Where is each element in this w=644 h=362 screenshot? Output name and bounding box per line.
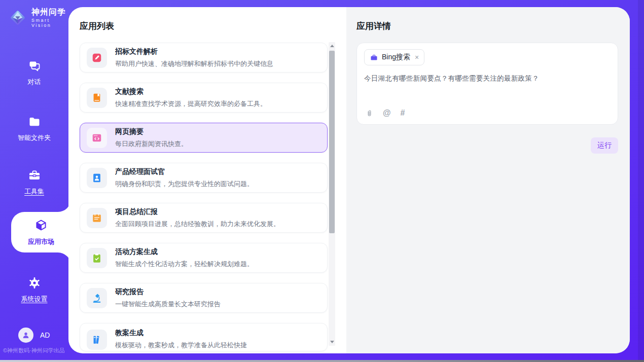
brand-name: 神州问学 <box>31 8 68 17</box>
app-description: 智能生成个性化活动方案，轻松解决规划难题。 <box>115 260 254 269</box>
app-list-panel: 应用列表 招标文件解析 帮助用户快速、准确地理解和解析招标书中的关键信息 <box>68 7 346 353</box>
app-description: 全面回顾项目进展，总结经验教训，助力未来优化发展。 <box>115 220 280 229</box>
run-button[interactable]: 运行 <box>591 137 618 154</box>
app-detail-panel: 应用详情 Bing搜索 × 今日湖北有哪些新闻要点？有哪些需要关注的最新政策？ … <box>346 7 630 353</box>
app-name: 活动方案生成 <box>115 247 254 257</box>
copyright-footer: ©神州数码·神州问学出品 <box>3 347 65 354</box>
main-content: 应用列表 招标文件解析 帮助用户快速、准确地理解和解析招标书中的关键信息 <box>68 7 630 353</box>
user-account[interactable]: AD <box>18 328 50 343</box>
app-description: 快速精准查找学术资源，提高研究效率的必备工具。 <box>115 99 267 108</box>
clipboard-check-icon <box>91 252 102 264</box>
app-list-title: 应用列表 <box>80 20 346 32</box>
app-icon-tile <box>87 288 107 308</box>
window-right-edge <box>638 0 644 360</box>
cube-icon <box>34 219 48 233</box>
triangle-up-icon <box>330 45 334 47</box>
app-description: 明确身份和职责，为您提供专业性的面试问题。 <box>115 179 254 189</box>
app-name: 招标文件解析 <box>115 47 273 56</box>
sidebar-item-settings[interactable]: 系统设置 <box>0 270 68 309</box>
window-bottom-edge <box>0 360 644 362</box>
sidebar-item-label: 应用市场 <box>28 237 54 246</box>
attachment-toolbar: @ # <box>366 108 405 118</box>
app-window: 神州问学 Smart Vision 对话 智能文件夹 工具 <box>0 0 644 362</box>
avatar <box>18 328 33 343</box>
tool-chip-bing-search[interactable]: Bing搜索 × <box>364 49 424 65</box>
person-icon <box>21 331 30 340</box>
app-description: 每日政府新闻资讯快查。 <box>115 139 188 149</box>
app-name: 文献搜索 <box>115 87 267 96</box>
app-icon-tile <box>87 330 107 350</box>
sidebar: 神州问学 Smart Vision 对话 智能文件夹 工具 <box>0 0 68 360</box>
user-initials: AD <box>40 331 50 339</box>
briefcase-icon <box>370 53 378 62</box>
paperclip-icon[interactable] <box>366 109 373 118</box>
app-name: 研究报告 <box>115 287 221 297</box>
webpage-code-icon <box>91 132 102 143</box>
app-card-project-summary[interactable]: 项目总结汇报 全面回顾项目进展，总结经验教训，助力未来优化发展。 <box>80 203 328 233</box>
app-card-pm-interviewer[interactable]: 产品经理面试官 明确身份和职责，为您提供专业性的面试问题。 <box>80 163 328 193</box>
app-name: 教案生成 <box>115 329 247 338</box>
app-icon-tile <box>87 88 107 108</box>
prompt-input-card[interactable]: Bing搜索 × 今日湖北有哪些新闻要点？有哪些需要关注的最新政策？ @ # <box>356 43 618 125</box>
app-card-research-report[interactable]: 研究报告 一键智能生成高质量长文本研究报告 <box>80 283 328 313</box>
app-card-literature-search[interactable]: 文献搜索 快速精准查找学术资源，提高研究效率的必备工具。 <box>80 83 328 113</box>
app-card-bid-analysis[interactable]: 招标文件解析 帮助用户快速、准确地理解和解析招标书中的关键信息 <box>80 43 328 73</box>
app-name: 项目总结汇报 <box>115 207 280 216</box>
app-icon-tile <box>87 48 107 68</box>
app-name: 网页摘要 <box>115 127 188 136</box>
book-icon <box>91 92 102 103</box>
sidebar-item-label: 对话 <box>28 78 41 87</box>
app-name: 产品经理面试官 <box>115 167 254 176</box>
chat-icon <box>27 59 42 73</box>
folder-icon <box>27 115 42 129</box>
sidebar-item-label: 智能文件夹 <box>18 133 51 142</box>
sidebar-item-chat[interactable]: 对话 <box>0 53 68 92</box>
app-icon-tile <box>87 168 107 188</box>
app-description: 一键智能生成高质量长文本研究报告 <box>115 300 221 309</box>
mention-icon[interactable]: @ <box>383 108 391 118</box>
toolbox-icon <box>27 168 42 183</box>
triangle-down-icon <box>330 341 334 343</box>
app-card-list: 招标文件解析 帮助用户快速、准确地理解和解析招标书中的关键信息 文献搜索 <box>80 43 328 351</box>
app-card-lesson-plan[interactable]: 教案生成 模板驱动，教案秒成，教学准备从此轻松快捷 <box>80 323 328 351</box>
app-icon-tile <box>87 208 107 228</box>
brand-logo: 神州问学 Smart Vision <box>8 8 68 28</box>
app-list-scrollbar[interactable] <box>329 42 335 346</box>
topic-icon[interactable]: # <box>401 108 405 118</box>
app-icon-tile <box>87 248 107 268</box>
sidebar-item-label: 工具集 <box>24 187 44 196</box>
scrollbar-thumb[interactable] <box>329 51 335 233</box>
brand-text: 神州问学 Smart Vision <box>31 8 68 28</box>
sidebar-item-toolset[interactable]: 工具集 <box>0 162 68 202</box>
app-icon-tile <box>87 128 107 148</box>
sidebar-item-smart-folder[interactable]: 智能文件夹 <box>0 108 68 148</box>
app-card-webpage-summary[interactable]: 网页摘要 每日政府新闻资讯快查。 <box>80 123 328 153</box>
scroll-up-button[interactable] <box>329 42 335 50</box>
edit-icon <box>91 52 102 63</box>
calendar-icon <box>91 212 102 224</box>
query-text[interactable]: 今日湖北有哪些新闻要点？有哪些需要关注的最新政策？ <box>364 74 611 83</box>
interviewer-icon <box>91 172 102 184</box>
brand-subtitle: Smart Vision <box>31 18 68 28</box>
gem-logo-icon <box>8 8 27 27</box>
app-detail-title: 应用详情 <box>356 20 618 32</box>
app-description: 模板驱动，教案秒成，教学准备从此轻松快捷 <box>115 341 247 350</box>
books-icon <box>91 334 102 345</box>
app-description: 帮助用户快速、准确地理解和解析招标书中的关键信息 <box>115 59 273 68</box>
app-card-event-plan[interactable]: 活动方案生成 智能生成个性化活动方案，轻松解决规划难题。 <box>80 243 328 273</box>
sidebar-item-app-market[interactable]: 应用市场 <box>11 212 71 252</box>
tool-chip-label: Bing搜索 <box>382 53 410 62</box>
gear-icon <box>27 276 42 290</box>
microscope-icon <box>91 293 102 304</box>
sidebar-item-label: 系统设置 <box>21 295 48 304</box>
chip-close-icon[interactable]: × <box>415 54 419 61</box>
scroll-down-button[interactable] <box>329 338 335 346</box>
